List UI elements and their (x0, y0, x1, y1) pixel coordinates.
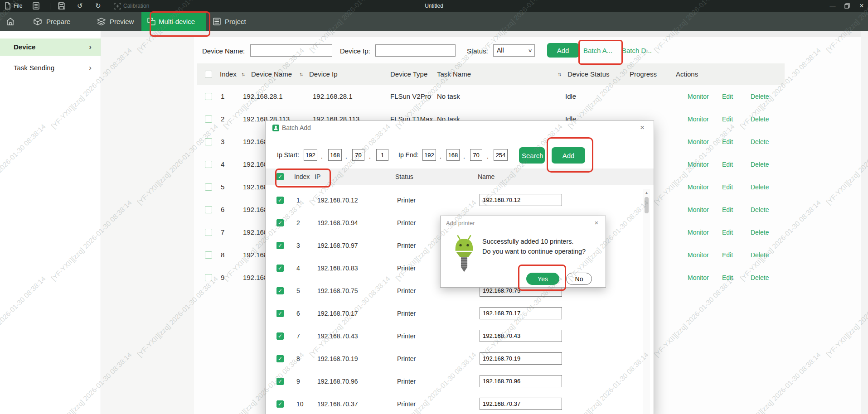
search-button[interactable]: Search (519, 147, 545, 164)
close-icon[interactable]: × (592, 218, 601, 228)
ip-end-octet-4[interactable] (494, 149, 508, 161)
sidebar-item-task-sending[interactable]: Task Sending › (0, 59, 101, 77)
name-input[interactable] (480, 194, 562, 206)
delete-link[interactable]: Delete (751, 85, 769, 108)
app-vertical-scrollbar[interactable] (861, 31, 868, 414)
maximize-button[interactable] (840, 0, 854, 12)
tab-project[interactable]: Project (225, 12, 246, 31)
add-button[interactable]: Add (547, 43, 579, 58)
name-input[interactable] (480, 330, 562, 342)
col-ip: IP (315, 168, 320, 185)
row-checkbox[interactable]: ✓ (276, 265, 284, 272)
monitor-link[interactable]: Monitor (688, 108, 709, 130)
monitor-link[interactable]: Monitor (688, 221, 709, 244)
dialog-scrollbar[interactable]: ▲ (643, 189, 650, 414)
edit-link[interactable]: Edit (722, 153, 733, 176)
ip-end-octet-1[interactable] (422, 149, 436, 161)
ip-end-octet-2[interactable] (446, 149, 460, 161)
row-checkbox[interactable]: ✓ (276, 332, 284, 340)
yes-button[interactable]: Yes (526, 273, 559, 285)
sort-icon[interactable]: ↑↓ (299, 63, 302, 85)
row-checkbox[interactable]: ✓ (276, 378, 284, 385)
edit-link[interactable]: Edit (722, 244, 733, 266)
select-all-checkbox[interactable]: ✓ (276, 173, 284, 180)
row-checkbox[interactable] (205, 206, 212, 213)
col-device-status[interactable]: Device Status (567, 63, 610, 85)
tab-preview[interactable]: Preview (110, 12, 134, 31)
delete-link[interactable]: Delete (751, 108, 769, 130)
ip-end-octet-3[interactable] (470, 149, 482, 161)
close-icon[interactable]: × (637, 122, 647, 134)
name-input[interactable] (480, 307, 562, 319)
ip-dot: . (463, 153, 465, 160)
scroll-up-icon[interactable]: ▲ (643, 190, 650, 196)
delete-link[interactable]: Delete (751, 221, 769, 244)
home-icon[interactable] (6, 18, 15, 25)
delete-link[interactable]: Delete (751, 130, 769, 153)
col-device-ip[interactable]: Device Ip (309, 63, 338, 85)
row-checkbox[interactable] (205, 93, 212, 100)
monitor-link[interactable]: Monitor (688, 198, 709, 221)
row-checkbox[interactable]: ✓ (276, 400, 284, 408)
row-index: 4 (296, 257, 300, 279)
monitor-link[interactable]: Monitor (688, 130, 709, 153)
row-ip: 192.168.70.17 (317, 302, 358, 325)
name-input[interactable] (480, 375, 562, 387)
edit-link[interactable]: Edit (722, 176, 733, 198)
monitor-link[interactable]: Monitor (688, 176, 709, 198)
edit-link[interactable]: Edit (722, 221, 733, 244)
scrollbar-thumb[interactable] (645, 197, 649, 213)
row-checkbox[interactable]: ✓ (276, 242, 284, 249)
sort-icon[interactable]: ↑↓ (558, 63, 560, 85)
monitor-link[interactable]: Monitor (688, 266, 709, 289)
row-checkbox[interactable] (205, 183, 212, 191)
edit-link[interactable]: Edit (722, 108, 733, 130)
device-name-input[interactable] (250, 44, 332, 57)
delete-link[interactable]: Delete (751, 244, 769, 266)
ip-start-octet-2[interactable] (328, 149, 342, 161)
monitor-link[interactable]: Monitor (688, 244, 709, 266)
sort-icon[interactable]: ↑↓ (241, 63, 244, 85)
chevron-right-icon: › (89, 39, 92, 56)
delete-link[interactable]: Delete (751, 198, 769, 221)
edit-link[interactable]: Edit (722, 198, 733, 221)
monitor-link[interactable]: Monitor (688, 85, 709, 108)
minimize-button[interactable]: — (826, 0, 839, 12)
row-checkbox[interactable] (205, 138, 212, 145)
sidebar-item-device[interactable]: Device › (0, 39, 101, 56)
row-checkbox[interactable] (205, 229, 212, 236)
row-checkbox[interactable]: ✓ (276, 287, 284, 294)
col-device-name[interactable]: Device Name (251, 63, 292, 85)
tab-multi-device[interactable]: Multi-device (141, 12, 206, 31)
batch-add-button[interactable]: Batch A... (583, 44, 612, 57)
row-checkbox[interactable]: ✓ (276, 197, 284, 204)
tab-prepare[interactable]: Prepare (46, 12, 70, 31)
row-status: Printer (397, 189, 416, 212)
monitor-link[interactable]: Monitor (688, 153, 709, 176)
edit-link[interactable]: Edit (722, 130, 733, 153)
select-all-checkbox[interactable] (205, 71, 212, 78)
row-checkbox[interactable]: ✓ (276, 310, 284, 317)
delete-link[interactable]: Delete (751, 176, 769, 198)
name-input[interactable] (480, 398, 562, 410)
edit-link[interactable]: Edit (722, 85, 733, 108)
row-checkbox[interactable] (205, 116, 212, 123)
delete-link[interactable]: Delete (751, 153, 769, 176)
ip-start-octet-1[interactable] (304, 149, 317, 161)
edit-link[interactable]: Edit (722, 266, 733, 289)
device-ip-input[interactable] (375, 44, 456, 57)
ip-start-octet-4[interactable] (376, 149, 388, 161)
delete-link[interactable]: Delete (751, 266, 769, 289)
close-window-button[interactable]: × (855, 0, 868, 12)
no-button[interactable]: No (566, 273, 592, 285)
status-select[interactable]: All ∨ (493, 44, 535, 57)
batch-delete-button[interactable]: Batch D... (622, 44, 652, 57)
row-checkbox[interactable] (205, 251, 212, 259)
row-checkbox[interactable]: ✓ (276, 355, 284, 362)
ip-start-octet-3[interactable] (352, 149, 364, 161)
row-checkbox[interactable] (205, 274, 212, 281)
row-checkbox[interactable] (205, 161, 212, 168)
row-checkbox[interactable]: ✓ (276, 219, 284, 226)
batch-add-confirm-button[interactable]: Add (552, 147, 585, 164)
name-input[interactable] (480, 352, 562, 365)
